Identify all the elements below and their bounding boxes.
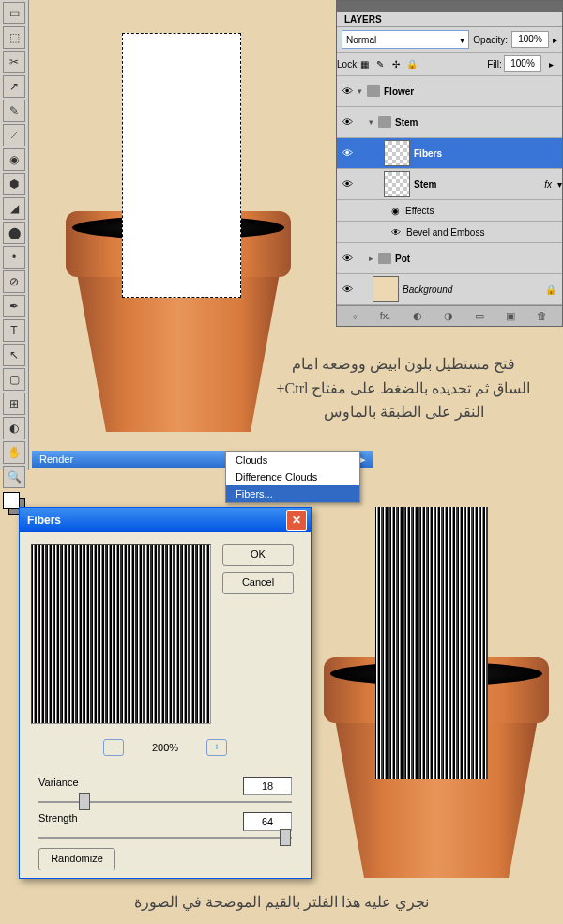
- tool-hand[interactable]: ✋: [3, 441, 25, 464]
- trash-icon[interactable]: 🗑: [537, 310, 547, 322]
- strength-input[interactable]: 64: [243, 812, 292, 831]
- opacity-flyout[interactable]: ▸: [553, 35, 557, 45]
- tool-lasso[interactable]: ⬚: [3, 26, 25, 49]
- lock-transparency-icon[interactable]: ▦: [358, 57, 371, 70]
- new-layer-icon[interactable]: ▣: [506, 310, 515, 322]
- tool-pencil[interactable]: ⟋: [3, 124, 25, 146]
- fill-label: Fill:: [488, 57, 501, 70]
- chevron-down-icon: ▾: [460, 35, 464, 45]
- strength-slider[interactable]: [38, 837, 292, 839]
- layer-thumbnail: [384, 171, 410, 197]
- menu-item-clouds[interactable]: Clouds: [226, 452, 359, 469]
- layer-effects[interactable]: ◉ Effects: [337, 200, 562, 222]
- variance-label: Variance: [38, 777, 79, 795]
- tool-text[interactable]: T: [3, 319, 25, 342]
- tool-shape[interactable]: ▢: [3, 368, 25, 391]
- dialog-title: Fibers: [27, 514, 61, 527]
- cancel-button[interactable]: Cancel: [222, 572, 294, 594]
- new-group-icon[interactable]: ▭: [475, 310, 484, 322]
- tool-eraser[interactable]: ⬢: [3, 173, 25, 195]
- zoom-out-button[interactable]: −: [103, 739, 124, 756]
- close-button[interactable]: ✕: [286, 510, 307, 531]
- tool-blur[interactable]: ⬤: [3, 222, 25, 244]
- visibility-toggle[interactable]: 👁: [337, 147, 358, 159]
- zoom-level: 200%: [152, 742, 178, 753]
- blend-mode-select[interactable]: Normal▾: [342, 30, 469, 49]
- menu-label: Render: [39, 454, 73, 465]
- layer-stem[interactable]: 👁 Stem fx ▾: [337, 169, 562, 200]
- filter-preview: [31, 544, 211, 724]
- canvas-bottom: [319, 498, 554, 873]
- fill-flyout[interactable]: ▸: [544, 57, 557, 70]
- tools-palette: ▭ ⬚ ✂ ↗ ✎ ⟋ ◉ ⬢ ◢ ⬤ • ⊘ ✒ T ↖ ▢ ⊞ ◐ ✋ 🔍: [0, 0, 29, 470]
- lock-position-icon[interactable]: ✢: [389, 57, 403, 70]
- effect-toggle-icon[interactable]: 👁: [391, 227, 401, 238]
- fx-disclosure[interactable]: ▾: [557, 179, 562, 190]
- adjustment-icon[interactable]: ◑: [444, 310, 453, 322]
- layer-style-icon[interactable]: fx.: [380, 310, 391, 322]
- layer-label: Background: [403, 285, 545, 295]
- variance-input[interactable]: 18: [243, 777, 292, 795]
- visibility-toggle[interactable]: 👁: [337, 178, 358, 190]
- opacity-label: Opacity:: [473, 35, 508, 45]
- disclosure-icon[interactable]: ▸: [369, 254, 378, 263]
- menu-item-difference-clouds[interactable]: Difference Clouds: [226, 469, 359, 485]
- layer-bevel[interactable]: 👁 Bevel and Emboss: [337, 222, 562, 243]
- instruction-text-2: نجري عليه هذا الفلتر بالقيم الموضحة في ا…: [0, 890, 563, 915]
- link-layers-icon[interactable]: ⬨: [352, 310, 358, 322]
- opacity-input[interactable]: 100%: [511, 31, 549, 48]
- lock-label: Lock:: [342, 57, 355, 70]
- layer-label: Fibers: [414, 148, 562, 159]
- tool-pen[interactable]: ✒: [3, 295, 25, 317]
- variance-slider[interactable]: [38, 801, 292, 803]
- folder-icon: [378, 253, 391, 264]
- tool-stamp[interactable]: ◉: [3, 148, 25, 171]
- layer-pot-group[interactable]: 👁 ▸ Pot: [337, 243, 562, 274]
- layers-tab[interactable]: LAYERS: [337, 12, 562, 27]
- fibers-dialog: Fibers ✕ OK Cancel − 200% + Variance18 S…: [19, 507, 312, 879]
- visibility-toggle[interactable]: 👁: [337, 253, 358, 264]
- tool-path[interactable]: ⊘: [3, 270, 25, 293]
- tool-dodge[interactable]: •: [3, 246, 25, 269]
- tool-marquee[interactable]: ▭: [3, 2, 25, 24]
- fx-badge[interactable]: fx: [544, 179, 552, 190]
- visibility-toggle[interactable]: 👁: [337, 85, 358, 97]
- layer-fibers[interactable]: 👁 Fibers: [337, 138, 562, 169]
- strength-label: Strength: [38, 812, 78, 831]
- layer-label: Pot: [395, 254, 562, 264]
- tool-direct[interactable]: ↖: [3, 344, 25, 366]
- zoom-in-button[interactable]: +: [206, 739, 227, 756]
- tool-gradient[interactable]: ◢: [3, 197, 25, 220]
- visibility-toggle[interactable]: 👁: [337, 284, 358, 295]
- effects-icon: ◉: [391, 206, 400, 216]
- disclosure-icon[interactable]: ▾: [369, 117, 378, 127]
- tool-zoom[interactable]: 🔍: [3, 466, 25, 488]
- lock-icon: 🔒: [545, 285, 556, 295]
- tool-eyedrop[interactable]: ◐: [3, 417, 25, 439]
- layer-label: Effects: [405, 206, 562, 216]
- tool-brush[interactable]: ✎: [3, 100, 25, 122]
- layer-flower-group[interactable]: 👁 ▾ Flower: [337, 76, 562, 107]
- disclosure-icon[interactable]: ▾: [358, 86, 367, 96]
- layer-thumbnail: [384, 140, 410, 166]
- layers-panel: LAYERS Normal▾ Opacity: 100% ▸ Lock: ▦ ✎…: [336, 0, 563, 327]
- layer-thumbnail: [373, 276, 399, 302]
- panel-grip[interactable]: [337, 1, 562, 12]
- lock-image-icon[interactable]: ✎: [373, 57, 387, 70]
- lock-all-icon[interactable]: 🔒: [405, 57, 418, 70]
- layer-mask-icon[interactable]: ◐: [413, 310, 422, 322]
- tool-notes[interactable]: ⊞: [3, 393, 25, 415]
- layer-label: Bevel and Emboss: [406, 227, 562, 238]
- canvas-top: [38, 19, 310, 432]
- layer-background[interactable]: 👁 Background 🔒: [337, 274, 562, 305]
- ok-button[interactable]: OK: [222, 544, 294, 566]
- fill-input[interactable]: 100%: [504, 55, 541, 72]
- submenu-arrow-icon: ▸: [360, 454, 366, 466]
- layer-label: Flower: [384, 86, 562, 97]
- layer-stem-group[interactable]: 👁 ▾ Stem: [337, 107, 562, 138]
- tool-move[interactable]: ↗: [3, 75, 25, 98]
- visibility-toggle[interactable]: 👁: [337, 116, 358, 128]
- randomize-button[interactable]: Randomize: [38, 848, 115, 870]
- tool-crop[interactable]: ✂: [3, 51, 25, 73]
- dialog-titlebar[interactable]: Fibers ✕: [20, 508, 311, 532]
